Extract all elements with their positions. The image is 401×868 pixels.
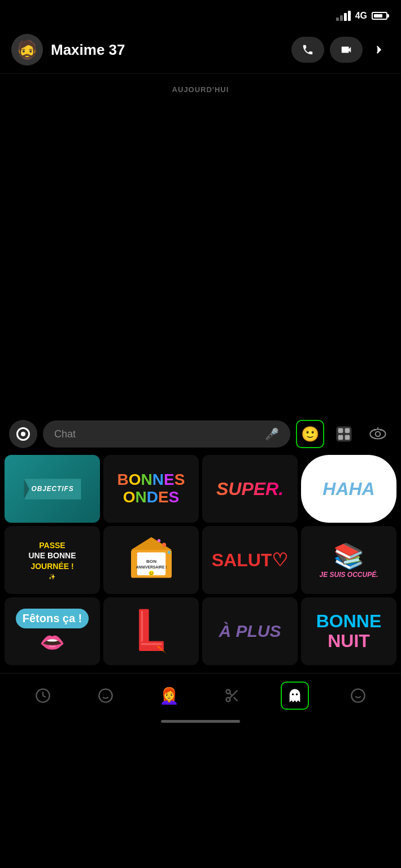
svg-point-15 bbox=[162, 542, 165, 546]
occupe-label: JE SUIS OCCUPÉ. bbox=[319, 571, 378, 579]
phone-icon bbox=[302, 44, 314, 56]
svg-point-6 bbox=[376, 432, 381, 437]
chat-placeholder: Chat bbox=[54, 428, 259, 440]
haha-label: HAHA bbox=[322, 479, 374, 500]
svg-text:ANNIVERSAIRE !: ANNIVERSAIRE ! bbox=[136, 565, 167, 569]
sticker-bonne-nuit[interactable]: BONNE NUIT bbox=[301, 597, 396, 665]
header-actions bbox=[291, 37, 390, 63]
svg-point-30 bbox=[99, 689, 112, 702]
tab-clock[interactable] bbox=[29, 682, 57, 710]
sticker-row-3: Fêtons ça ! 👄 À PLUS bbox=[5, 597, 396, 665]
signal-bars bbox=[336, 11, 351, 21]
svg-point-21 bbox=[149, 571, 154, 576]
chat-area: AUJOURD'HUI bbox=[0, 74, 401, 413]
svg-line-36 bbox=[234, 697, 237, 701]
svg-rect-27 bbox=[141, 643, 162, 645]
sticker-bonnes-ondes[interactable]: BONNES ONDES bbox=[103, 455, 199, 523]
home-indicator bbox=[0, 714, 401, 726]
lips-emoji: 👄 bbox=[16, 631, 89, 654]
sticker-aplus[interactable]: À PLUS bbox=[202, 597, 298, 665]
call-button[interactable] bbox=[291, 37, 324, 63]
svg-point-34 bbox=[226, 698, 230, 702]
status-bar: 4G bbox=[0, 0, 401, 28]
svg-point-40 bbox=[351, 689, 364, 702]
svg-rect-1 bbox=[338, 428, 343, 433]
network-indicator: 4G bbox=[355, 11, 367, 21]
svg-point-16 bbox=[167, 551, 170, 554]
svg-point-38 bbox=[292, 693, 294, 696]
svg-rect-26 bbox=[141, 611, 143, 641]
svg-point-23 bbox=[152, 572, 152, 573]
sticker-salut[interactable]: SALUT♡ bbox=[202, 526, 298, 594]
svg-text:BON: BON bbox=[146, 559, 156, 564]
more-button[interactable] bbox=[368, 39, 390, 60]
svg-rect-3 bbox=[338, 435, 343, 440]
tab-scissors[interactable] bbox=[218, 682, 246, 710]
chevron-right-icon bbox=[373, 44, 385, 56]
sticker-fetons[interactable]: Fêtons ça ! 👄 bbox=[5, 597, 100, 665]
eye-button[interactable] bbox=[364, 420, 392, 448]
svg-text:OBJECTIFS: OBJECTIFS bbox=[31, 485, 73, 493]
svg-point-5 bbox=[370, 429, 385, 439]
tab-avatar[interactable]: 👩‍🦰 bbox=[155, 682, 183, 710]
sticker-anniversaire[interactable]: BON ANNIVERSAIRE ! bbox=[103, 526, 199, 594]
sticker-occupe[interactable]: 📚 JE SUIS OCCUPÉ. bbox=[301, 526, 396, 594]
bitmoji-button[interactable] bbox=[330, 420, 358, 448]
microphone-icon[interactable]: 🎤 bbox=[265, 427, 279, 441]
camera-button[interactable] bbox=[9, 420, 37, 448]
emoji-sticker-button[interactable]: 🙂 bbox=[296, 420, 324, 448]
svg-rect-24 bbox=[139, 609, 149, 644]
sticker-bonne-journee[interactable]: PASSE UNE BONNE JOURNÉE ! ✨ bbox=[5, 526, 100, 594]
svg-point-17 bbox=[157, 539, 160, 542]
aplus-label: À PLUS bbox=[219, 622, 281, 641]
video-call-button[interactable] bbox=[330, 37, 363, 63]
svg-line-37 bbox=[229, 693, 232, 696]
super-label: SUPER. bbox=[216, 479, 284, 500]
date-label: AUJOURD'HUI bbox=[11, 85, 390, 94]
sticker-super[interactable]: SUPER. bbox=[202, 455, 298, 523]
tab-emoji[interactable] bbox=[91, 682, 120, 710]
sticker-section: OBJECTIFS BONNES ONDES SUPER. HAHA bbox=[0, 455, 401, 673]
tab-ghost[interactable] bbox=[281, 682, 309, 710]
sticker-haha[interactable]: HAHA bbox=[301, 455, 396, 523]
svg-point-33 bbox=[226, 690, 230, 694]
tab-smiley[interactable] bbox=[344, 682, 372, 710]
bitmoji-icon bbox=[334, 424, 354, 444]
smiley-icon: 🙂 bbox=[301, 426, 319, 443]
bottom-tab-bar: 👩‍🦰 bbox=[0, 673, 401, 714]
sticker-row-1: OBJECTIFS BONNES ONDES SUPER. HAHA bbox=[5, 455, 396, 523]
nuit-label: NUIT bbox=[316, 631, 382, 651]
home-bar bbox=[161, 720, 240, 723]
svg-rect-2 bbox=[345, 428, 350, 433]
sticker-objectifs[interactable]: OBJECTIFS bbox=[5, 455, 100, 523]
svg-rect-4 bbox=[345, 435, 350, 440]
avatar[interactable]: 🧔 bbox=[11, 34, 43, 66]
fetons-label: Fêtons ça ! bbox=[16, 609, 89, 628]
input-bar: Chat 🎤 🙂 bbox=[0, 413, 401, 455]
chat-header: 🧔 Maxime 37 bbox=[0, 28, 401, 74]
video-icon bbox=[340, 44, 352, 56]
chat-input-field[interactable]: Chat 🎤 bbox=[43, 420, 290, 448]
contact-name[interactable]: Maxime 37 bbox=[51, 41, 284, 59]
sticker-l[interactable] bbox=[103, 597, 199, 665]
book-emoji: 📚 bbox=[319, 541, 378, 571]
svg-point-22 bbox=[150, 572, 150, 573]
salut-label: SALUT♡ bbox=[212, 549, 289, 571]
eye-icon bbox=[368, 424, 387, 444]
sticker-row-2: PASSE UNE BONNE JOURNÉE ! ✨ bbox=[5, 526, 396, 594]
battery-indicator bbox=[372, 12, 387, 20]
svg-point-39 bbox=[296, 693, 298, 696]
bonne-label: BONNE bbox=[316, 611, 382, 631]
svg-rect-25 bbox=[139, 641, 164, 652]
